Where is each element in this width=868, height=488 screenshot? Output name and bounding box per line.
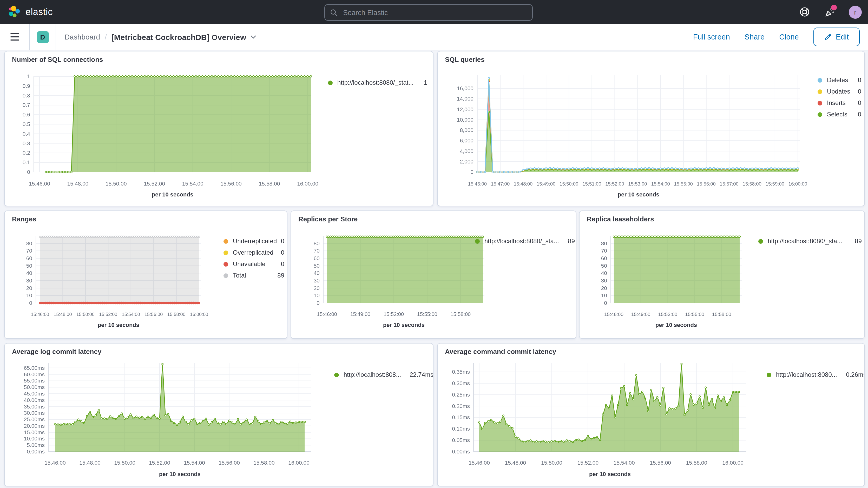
svg-text:15:48:00: 15:48:00 — [67, 181, 89, 187]
svg-text:50: 50 — [26, 263, 32, 269]
legend-label[interactable]: http://localhost:8080/_sta... — [485, 238, 559, 245]
share-button[interactable]: Share — [745, 33, 765, 41]
clone-button[interactable]: Clone — [779, 33, 799, 41]
svg-text:12,000: 12,000 — [457, 106, 473, 112]
svg-text:15:58:00: 15:58:00 — [743, 181, 762, 187]
svg-text:0.30ms: 0.30ms — [452, 380, 470, 386]
svg-text:15:48:00: 15:48:00 — [54, 312, 72, 317]
svg-text:15:52:00: 15:52:00 — [383, 311, 404, 317]
legend-item: Unavailable0 — [223, 258, 284, 270]
legend-label[interactable]: Inserts — [827, 99, 846, 106]
svg-text:20: 20 — [601, 285, 607, 291]
chart-canvas-sql-queries[interactable]: 02,0004,0006,0008,00010,00012,00014,0001… — [438, 52, 864, 206]
svg-text:0.7: 0.7 — [23, 102, 30, 108]
legend-item: http://localhost:8080...0.26ms — [767, 369, 865, 380]
legend-command-commit-latency: http://localhost:8080...0.26ms — [767, 369, 865, 380]
legend-label[interactable]: Unavailable — [233, 261, 265, 268]
legend-swatch-icon — [817, 112, 822, 117]
legend-sql-queries: Deletes0Updates0Inserts0Selects0 — [817, 74, 861, 120]
svg-text:10.00ms: 10.00ms — [24, 435, 45, 441]
legend-swatch-icon — [223, 239, 228, 243]
svg-text:15:58:00: 15:58:00 — [451, 311, 471, 317]
svg-text:15:56:00: 15:56:00 — [219, 460, 240, 466]
panel-number-of-sql-connections: Number of SQL connections 00.10.20.30.40… — [4, 51, 433, 206]
legend-value: 1 — [420, 79, 427, 86]
svg-text:per 10 seconds: per 10 seconds — [589, 471, 631, 477]
elastic-brand[interactable]: elastic — [0, 5, 53, 19]
legend-label[interactable]: Total — [233, 272, 246, 279]
legend-label[interactable]: http://localhost:8080/_stat... — [337, 79, 414, 86]
svg-text:35.00ms: 35.00ms — [24, 403, 45, 409]
edit-button[interactable]: Edit — [813, 28, 860, 46]
help-icon[interactable] — [799, 6, 810, 18]
svg-text:5.00ms: 5.00ms — [27, 442, 45, 448]
legend-value: 89 — [850, 238, 862, 245]
svg-text:15:46:00: 15:46:00 — [469, 460, 490, 466]
svg-text:per 10 seconds: per 10 seconds — [655, 322, 697, 328]
svg-text:0.6: 0.6 — [23, 112, 30, 118]
search-icon — [330, 8, 338, 17]
svg-text:15:53:00: 15:53:00 — [628, 181, 647, 187]
legend-swatch-icon — [817, 89, 822, 94]
full-screen-button[interactable]: Full screen — [693, 33, 730, 41]
search-input[interactable] — [342, 8, 516, 17]
legend-label[interactable]: http://localhost:8080/_sta... — [768, 238, 842, 245]
legend-label[interactable]: Overreplicated — [233, 249, 273, 256]
svg-text:15:46:00: 15:46:00 — [29, 181, 50, 187]
legend-replica-leaseholders: http://localhost:8080/_sta...89 — [758, 236, 862, 247]
svg-text:15:55:00: 15:55:00 — [674, 181, 692, 187]
svg-text:0.25ms: 0.25ms — [452, 392, 470, 398]
panel-average-command-commit-latency: Average command commit latency 0.00ms0.0… — [437, 343, 865, 486]
chart-canvas-log-commit-latency[interactable]: 0.00ms5.00ms10.00ms15.00ms20.00ms25.00ms… — [5, 343, 433, 486]
toolbar: D Dashboard / [Metricbeat CockroachDB] O… — [0, 24, 868, 50]
user-avatar[interactable]: r — [849, 5, 862, 19]
panel-ranges: Ranges 0102030405060708015:46:0015:48:00… — [4, 211, 287, 339]
svg-text:50.00ms: 50.00ms — [24, 384, 45, 390]
svg-text:per 10 seconds: per 10 seconds — [383, 322, 425, 328]
page: elastic — [0, 0, 868, 488]
svg-text:6,000: 6,000 — [460, 138, 473, 144]
legend-swatch-icon — [767, 372, 771, 377]
svg-text:15:47:00: 15:47:00 — [491, 181, 509, 187]
svg-text:15:48:00: 15:48:00 — [79, 460, 100, 466]
chart-canvas-replicas-per-store[interactable]: 0102030405060708015:46:0015:49:0015:52:0… — [291, 211, 576, 338]
legend-item: http://localhost:8080/_sta...89 — [758, 236, 862, 247]
legend-log-commit-latency: http://localhost:808...22.74ms — [334, 369, 433, 380]
global-search[interactable] — [324, 4, 533, 21]
svg-text:70: 70 — [314, 248, 320, 254]
svg-text:8,000: 8,000 — [460, 127, 473, 133]
legend-label[interactable]: Deletes — [827, 77, 848, 84]
svg-text:30: 30 — [314, 277, 320, 283]
svg-text:0.35ms: 0.35ms — [452, 369, 470, 375]
svg-text:15:50:00: 15:50:00 — [76, 312, 95, 317]
svg-text:70: 70 — [26, 248, 32, 254]
legend-label[interactable]: Underreplicated — [233, 238, 277, 245]
legend-value: 0 — [854, 111, 861, 118]
menu-button[interactable] — [0, 24, 30, 50]
svg-text:0.20ms: 0.20ms — [452, 403, 470, 409]
panel-replicas-per-store: Replicas per Store 0102030405060708015:4… — [290, 211, 577, 339]
legend-item: http://localhost:8080/_sta...89 — [475, 236, 575, 247]
breadcrumb-dashboard-link[interactable]: Dashboard — [64, 33, 100, 41]
svg-text:16:00:00: 16:00:00 — [788, 181, 807, 187]
chart-canvas-command-commit-latency[interactable]: 0.00ms0.05ms0.10ms0.15ms0.20ms0.25ms0.30… — [438, 343, 864, 486]
chart-canvas-replica-leaseholders[interactable]: 0102030405060708015:46:0015:49:0015:52:0… — [580, 211, 864, 338]
legend-label[interactable]: http://localhost:8080... — [776, 371, 837, 378]
panel-title: Average log commit latency — [12, 348, 101, 356]
legend-label[interactable]: Updates — [827, 88, 850, 95]
svg-text:15:54:00: 15:54:00 — [122, 312, 140, 317]
panel-title: SQL queries — [445, 56, 485, 63]
legend-swatch-icon — [758, 239, 763, 243]
panel-average-log-commit-latency: Average log commit latency 0.00ms5.00ms1… — [4, 343, 433, 486]
news-feed-icon[interactable] — [824, 6, 835, 18]
svg-text:15:54:00: 15:54:00 — [182, 181, 204, 187]
legend-label[interactable]: http://localhost:808... — [344, 371, 401, 378]
top-header: elastic — [0, 0, 868, 24]
svg-text:20: 20 — [26, 285, 32, 291]
legend-label[interactable]: Selects — [827, 111, 847, 118]
chart-canvas-sql-connections[interactable]: 00.10.20.30.40.50.60.70.80.9115:46:0015:… — [5, 52, 433, 206]
dashboard-title-menu[interactable]: [Metricbeat CockroachDB] Overview — [112, 32, 256, 41]
legend-item: Updates0 — [817, 86, 861, 97]
legend-swatch-icon — [328, 80, 333, 85]
svg-text:15:54:00: 15:54:00 — [184, 460, 205, 466]
